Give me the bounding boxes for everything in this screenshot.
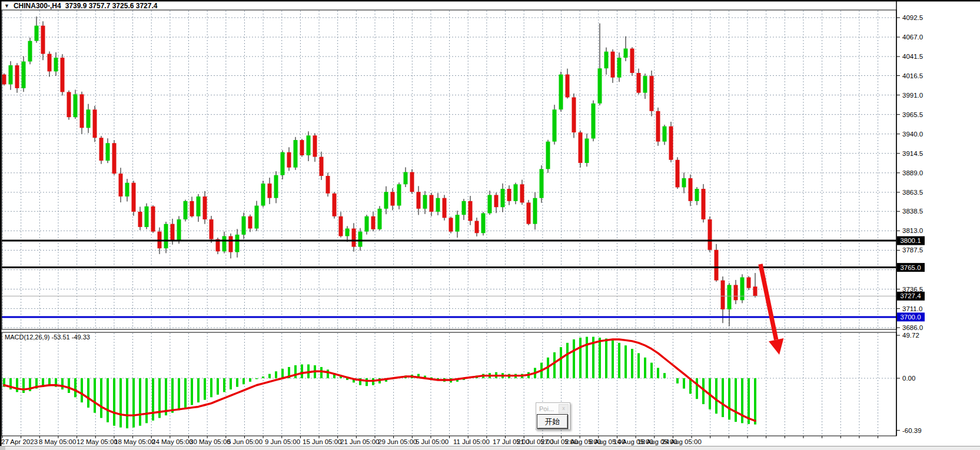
candle[interactable] xyxy=(132,183,136,212)
candle[interactable] xyxy=(695,189,699,201)
candle[interactable] xyxy=(436,198,440,212)
candle[interactable] xyxy=(663,126,667,142)
candle[interactable] xyxy=(197,196,201,216)
close-icon[interactable]: x xyxy=(559,404,569,414)
candle[interactable] xyxy=(650,76,654,111)
candle[interactable] xyxy=(112,143,117,174)
candle[interactable] xyxy=(281,152,285,175)
candle[interactable] xyxy=(430,195,434,212)
candle[interactable] xyxy=(2,75,6,85)
candle[interactable] xyxy=(210,219,214,239)
candle[interactable] xyxy=(203,196,207,219)
candle[interactable] xyxy=(326,176,330,194)
candle[interactable] xyxy=(74,94,78,117)
candle[interactable] xyxy=(371,216,376,229)
candle[interactable] xyxy=(255,206,259,229)
candle[interactable] xyxy=(533,198,537,224)
candle[interactable] xyxy=(145,206,149,227)
candle[interactable] xyxy=(384,192,388,209)
candle[interactable] xyxy=(87,109,91,128)
candle[interactable] xyxy=(734,285,738,300)
candle[interactable] xyxy=(630,49,634,73)
start-button[interactable]: 开始 xyxy=(537,414,568,429)
candle[interactable] xyxy=(352,228,356,246)
candle[interactable] xyxy=(184,201,188,219)
candle[interactable] xyxy=(410,172,414,192)
candle[interactable] xyxy=(585,139,589,163)
candle[interactable] xyxy=(119,174,123,196)
symbol-dropdown-icon[interactable]: ▼ xyxy=(4,2,9,9)
candle[interactable] xyxy=(481,214,486,234)
candle[interactable] xyxy=(617,58,622,78)
candle[interactable] xyxy=(604,52,609,69)
candle[interactable] xyxy=(391,192,395,205)
candle[interactable] xyxy=(313,135,317,156)
candle[interactable] xyxy=(80,94,84,128)
candle[interactable] xyxy=(378,209,382,229)
candle[interactable] xyxy=(669,126,673,160)
candle[interactable] xyxy=(469,201,473,221)
candle[interactable] xyxy=(643,76,647,93)
candle[interactable] xyxy=(22,62,26,88)
candle[interactable] xyxy=(475,221,479,234)
candle[interactable] xyxy=(611,52,615,78)
candle[interactable] xyxy=(287,152,291,168)
candle[interactable] xyxy=(546,142,550,169)
candle[interactable] xyxy=(177,219,181,241)
candle[interactable] xyxy=(28,41,32,62)
candle[interactable] xyxy=(656,111,660,142)
candle[interactable] xyxy=(527,202,531,224)
candle[interactable] xyxy=(747,277,751,288)
candle[interactable] xyxy=(449,218,453,231)
candle[interactable] xyxy=(715,250,719,281)
candle[interactable] xyxy=(339,216,343,236)
candle[interactable] xyxy=(462,201,466,215)
candle[interactable] xyxy=(235,235,240,252)
candle[interactable] xyxy=(99,138,104,161)
candle[interactable] xyxy=(164,224,168,248)
scroll-nub[interactable] xyxy=(0,446,5,450)
candle[interactable] xyxy=(727,285,732,309)
candle[interactable] xyxy=(190,201,194,216)
candle[interactable] xyxy=(702,189,706,219)
candle[interactable] xyxy=(488,195,492,213)
candle[interactable] xyxy=(300,140,304,155)
candle[interactable] xyxy=(397,184,401,205)
candle[interactable] xyxy=(592,104,596,139)
candle[interactable] xyxy=(572,97,576,132)
candle[interactable] xyxy=(514,184,518,201)
time-axis[interactable]: 27 Apr 20238 May 05:0012 May 05:0018 May… xyxy=(1,436,878,445)
candle[interactable] xyxy=(35,26,39,41)
candle[interactable] xyxy=(294,140,298,168)
candle[interactable] xyxy=(443,198,447,218)
candle[interactable] xyxy=(333,194,337,216)
candle[interactable] xyxy=(559,75,563,110)
candle[interactable] xyxy=(365,216,369,232)
candle[interactable] xyxy=(682,178,686,188)
candle[interactable] xyxy=(520,184,524,202)
candle[interactable] xyxy=(48,54,52,72)
candle[interactable] xyxy=(740,277,745,300)
candle[interactable] xyxy=(41,26,45,54)
candle[interactable] xyxy=(261,184,265,206)
candle[interactable] xyxy=(676,160,680,188)
candle[interactable] xyxy=(456,215,460,232)
candle[interactable] xyxy=(54,58,58,71)
candle[interactable] xyxy=(171,224,175,241)
candle[interactable] xyxy=(125,183,129,196)
candle[interactable] xyxy=(358,232,363,247)
candle[interactable] xyxy=(93,109,97,138)
candle[interactable] xyxy=(106,143,110,161)
candle[interactable] xyxy=(320,157,324,176)
candle[interactable] xyxy=(553,109,557,141)
candle[interactable] xyxy=(494,195,499,207)
down-arrow-annotation[interactable] xyxy=(760,264,783,355)
candle[interactable] xyxy=(229,236,233,252)
candle[interactable] xyxy=(540,169,544,198)
candle[interactable] xyxy=(61,58,65,92)
candles-layer[interactable] xyxy=(2,16,758,326)
candle[interactable] xyxy=(138,212,142,227)
candle[interactable] xyxy=(624,49,628,58)
price-axis[interactable]: 4092.54067.04041.54016.53991.03965.53940… xyxy=(896,14,925,434)
candle[interactable] xyxy=(9,65,13,84)
